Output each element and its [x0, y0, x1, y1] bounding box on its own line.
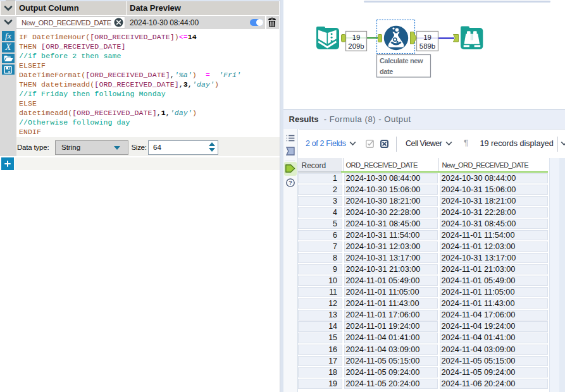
- svg-text:209b: 209b: [348, 42, 364, 50]
- svg-text:589b: 589b: [419, 42, 435, 50]
- svg-text:19: 19: [352, 34, 361, 41]
- svg-text:19: 19: [423, 34, 432, 41]
- svg-text:?: ?: [289, 180, 292, 186]
- svg-text:date: date: [380, 68, 393, 75]
- svg-text:Calculate new: Calculate new: [380, 57, 423, 64]
